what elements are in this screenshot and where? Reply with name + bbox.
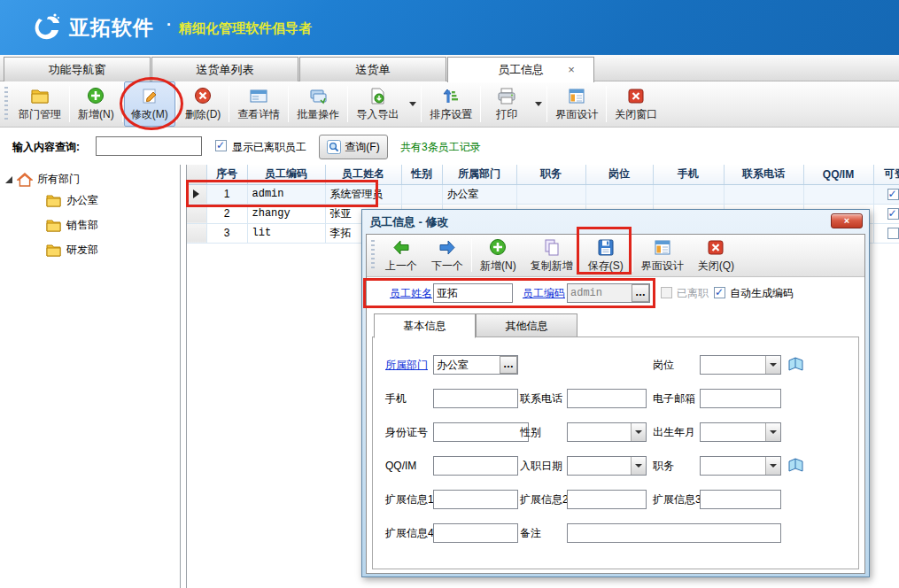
search-input[interactable] bbox=[96, 136, 202, 156]
batch-cards-icon bbox=[308, 87, 328, 105]
dialog-toolbar: 上一个 下一个 新增(N) 复制新增 保存(S) bbox=[367, 235, 864, 277]
ext1-input[interactable] bbox=[433, 490, 518, 509]
show-resigned-checkbox[interactable] bbox=[215, 140, 227, 151]
book-lookup-icon[interactable] bbox=[787, 458, 804, 474]
add-button[interactable]: 新增(N) bbox=[71, 81, 121, 127]
tab-label: 送货单列表 bbox=[197, 63, 254, 76]
cell-post bbox=[585, 184, 653, 204]
phone-input[interactable] bbox=[567, 389, 647, 408]
tab-employee-info[interactable]: 员工信息 × bbox=[447, 57, 594, 82]
email-input[interactable] bbox=[700, 389, 781, 408]
employee-name-label: 员工姓名 bbox=[390, 283, 432, 303]
tab-label: 其他信息 bbox=[506, 320, 548, 332]
col-header[interactable]: 职务 bbox=[516, 165, 585, 184]
resigned-checkbox[interactable] bbox=[661, 287, 672, 298]
col-header[interactable]: 所属部门 bbox=[442, 165, 516, 184]
folder-icon bbox=[46, 220, 61, 232]
dept-ellipsis-button[interactable]: … bbox=[500, 356, 517, 374]
import-export-button[interactable]: 导入导出 bbox=[349, 81, 406, 127]
batch-ops-button[interactable]: 批量操作 bbox=[290, 81, 346, 127]
ext2-input[interactable] bbox=[567, 490, 647, 509]
ui-design-button[interactable]: 界面设计 bbox=[548, 81, 605, 127]
qq-input[interactable] bbox=[433, 456, 518, 476]
tree-expander-icon[interactable] bbox=[5, 176, 12, 183]
idcard-input[interactable] bbox=[433, 422, 529, 442]
button-label: 部门管理 bbox=[19, 107, 61, 122]
birth-dropdown-icon[interactable] bbox=[765, 423, 780, 441]
tab-close-icon[interactable]: × bbox=[565, 64, 577, 76]
col-header[interactable]: 可登录 bbox=[873, 165, 899, 184]
code-ellipsis-button[interactable]: … bbox=[632, 284, 649, 302]
save-button[interactable]: 保存(S) bbox=[580, 235, 632, 276]
tree-item-rd[interactable]: 研发部 bbox=[46, 243, 98, 258]
cell-phone bbox=[724, 184, 803, 204]
remark-input[interactable] bbox=[567, 523, 781, 543]
tree-item-sales[interactable]: 销售部 bbox=[46, 218, 98, 233]
table-row[interactable]: 1 admin 系统管理员 办公室 bbox=[187, 184, 899, 204]
dialog-close-button[interactable]: × bbox=[831, 213, 863, 228]
col-header[interactable]: 性别 bbox=[401, 165, 442, 184]
delete-button[interactable]: 删除(D) bbox=[178, 81, 229, 127]
tree-root-all-departments[interactable]: 所有部门 bbox=[5, 172, 80, 187]
cell-dept: 办公室 bbox=[442, 184, 516, 204]
col-header[interactable]: 员工编码 bbox=[247, 165, 325, 184]
col-header[interactable]: 岗位 bbox=[585, 165, 653, 184]
cell-can-login bbox=[873, 223, 899, 243]
tab-delivery-order[interactable]: 送货单 bbox=[299, 57, 446, 81]
gender-dropdown-icon[interactable] bbox=[631, 423, 646, 441]
col-header[interactable]: QQ/IM bbox=[803, 165, 873, 184]
dialog-title: 员工信息 - 修改 bbox=[369, 214, 449, 230]
print-dropdown-icon[interactable] bbox=[535, 102, 542, 106]
ext4-input[interactable] bbox=[433, 523, 518, 543]
tab-other-info[interactable]: 其他信息 bbox=[476, 313, 577, 337]
employee-name-input[interactable] bbox=[433, 283, 513, 303]
detail-view-icon bbox=[249, 87, 268, 105]
dialog-close-toolbar-button[interactable]: 关闭(Q) bbox=[691, 235, 741, 276]
autogen-code-checkbox[interactable] bbox=[714, 287, 725, 298]
col-header[interactable]: 员工姓名 bbox=[325, 165, 401, 184]
filter-bar: 输入内容查询: 显示已离职员工 查询(F) 共有3条员工记录 bbox=[0, 128, 899, 165]
copy-add-button[interactable]: 复制新增 bbox=[523, 235, 580, 276]
edit-button[interactable]: 修改(M) bbox=[124, 81, 175, 127]
cell-seq: 3 bbox=[206, 223, 247, 243]
can-login-checkbox[interactable] bbox=[887, 189, 899, 200]
print-button[interactable]: 打印 bbox=[482, 81, 531, 127]
email-label: 电子邮箱 bbox=[653, 389, 695, 408]
hiredate-dropdown-icon[interactable] bbox=[631, 457, 646, 475]
tree-item-office[interactable]: 办公室 bbox=[46, 193, 98, 208]
col-header[interactable]: 联系电话 bbox=[724, 165, 803, 184]
main-toolbar: 部门管理 新增(N) 修改(M) 删除(D) 查看详情 批量操作 bbox=[0, 81, 899, 128]
dept-manage-button[interactable]: 部门管理 bbox=[12, 81, 68, 127]
prev-button[interactable]: 上一个 bbox=[378, 235, 424, 276]
ui-design-icon bbox=[567, 87, 586, 105]
qq-label: QQ/IM bbox=[385, 456, 416, 476]
button-label: 下一个 bbox=[431, 259, 463, 274]
save-floppy-icon bbox=[596, 238, 616, 257]
view-detail-button[interactable]: 查看详情 bbox=[230, 81, 287, 127]
close-window-icon bbox=[706, 238, 725, 257]
tab-nav-window[interactable]: 功能导航窗 bbox=[4, 57, 151, 81]
mobile-input[interactable] bbox=[433, 389, 518, 408]
dialog-add-button[interactable]: 新增(N) bbox=[473, 235, 523, 276]
tab-basic-info[interactable]: 基本信息 bbox=[374, 313, 476, 338]
sort-settings-button[interactable]: 排序设置 bbox=[422, 81, 479, 127]
dialog-ui-design-button[interactable]: 界面设计 bbox=[634, 235, 691, 276]
close-window-button[interactable]: 关闭窗口 bbox=[608, 81, 664, 127]
can-login-checkbox[interactable] bbox=[887, 228, 899, 239]
book-lookup-icon[interactable] bbox=[787, 357, 804, 373]
col-header[interactable]: 手机 bbox=[653, 165, 724, 184]
form-row: 所属部门 … 岗位 bbox=[367, 355, 864, 375]
post-dropdown-icon[interactable] bbox=[765, 356, 780, 374]
next-button[interactable]: 下一个 bbox=[424, 235, 470, 276]
button-label: 复制新增 bbox=[531, 259, 573, 274]
duty-dropdown-icon[interactable] bbox=[765, 457, 780, 475]
col-header[interactable]: 序号 bbox=[206, 165, 247, 184]
ext3-input[interactable] bbox=[700, 490, 781, 509]
query-button[interactable]: 查询(F) bbox=[319, 135, 388, 159]
employee-edit-dialog: 员工信息 - 修改 × 上一个 下一个 新增(N) bbox=[361, 209, 870, 577]
can-login-checkbox[interactable] bbox=[887, 208, 899, 220]
search-label: 输入内容查询: bbox=[12, 140, 80, 155]
row-indicator-header bbox=[187, 165, 206, 184]
tab-delivery-list[interactable]: 送货单列表 bbox=[151, 57, 298, 81]
import-export-dropdown-icon[interactable] bbox=[409, 102, 416, 106]
